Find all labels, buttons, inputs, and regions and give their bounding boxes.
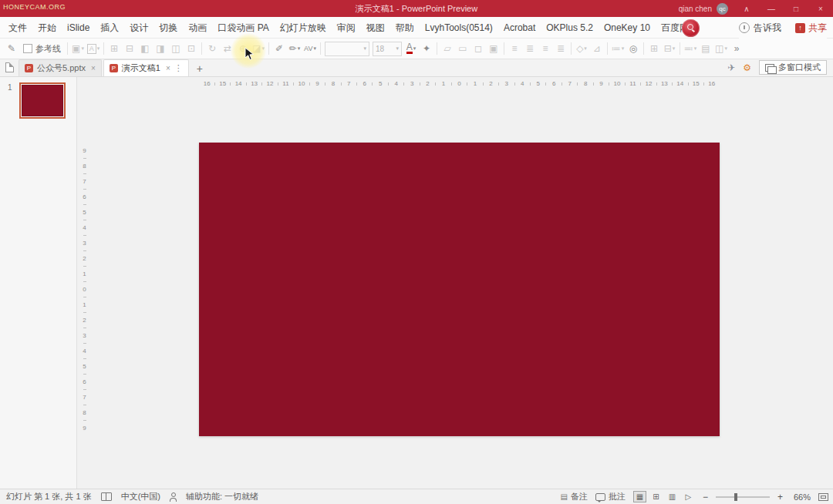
merge-cells-icon[interactable]: ⊟▾ xyxy=(662,41,677,56)
slide-sorter-view-button[interactable]: ⊞ xyxy=(649,491,663,502)
menu-item-baidu-netdisk[interactable]: 百度网盘 xyxy=(656,17,703,39)
tell-me-button[interactable]: 告诉我 xyxy=(739,22,781,35)
reading-view-button[interactable]: ▥ xyxy=(666,491,679,502)
zoom-out-button[interactable]: − xyxy=(703,492,708,502)
horizontal-ruler[interactable]: 1615141312111098765432101234567891011121… xyxy=(199,79,720,89)
document-tab-yanshiwengao1[interactable]: P演示文稿1×⋮ xyxy=(103,59,189,76)
shape-effects-icon[interactable]: ◇▾ xyxy=(574,41,589,56)
insert-below-icon[interactable]: ⊟ xyxy=(122,41,137,56)
distribute-horizontal-icon[interactable]: ◫ xyxy=(168,41,184,56)
guides-toggle[interactable]: 参考线 xyxy=(23,43,61,55)
distribute-vertical-icon[interactable]: ⊡ xyxy=(184,41,199,56)
bullets-icon[interactable]: ≔▾ xyxy=(610,41,626,56)
menu-item-acrobat[interactable]: Acrobat xyxy=(498,17,541,39)
close-button[interactable]: × xyxy=(808,0,833,17)
copy-style-icon[interactable]: ▭ xyxy=(455,41,470,56)
align-text-right-icon[interactable]: ≡ xyxy=(538,41,553,56)
account-name[interactable]: qian chen xyxy=(679,5,712,13)
merge-cells-glyph: ⊟ xyxy=(664,43,672,54)
font-color-icon[interactable]: A▾ xyxy=(403,41,419,56)
avatar[interactable]: qc xyxy=(717,3,728,15)
text-box-icon[interactable]: A▾ xyxy=(86,41,101,56)
draw-shape-icon[interactable]: ⊿ xyxy=(589,41,605,56)
menu-item-transitions[interactable]: 切换 xyxy=(153,17,183,39)
slideshow-view-button[interactable]: ▷ xyxy=(682,491,695,502)
format-painter-icon[interactable]: ✎ xyxy=(4,41,19,56)
copy-size-icon[interactable]: ▱ xyxy=(440,41,455,56)
slide-thumbnail[interactable] xyxy=(22,85,63,116)
zoom-slider[interactable] xyxy=(716,496,770,498)
chevron-down-icon: ▾ xyxy=(97,45,100,52)
paste-icon[interactable]: ▣▾ xyxy=(70,41,86,56)
zoom-percentage[interactable]: 66% xyxy=(791,492,811,502)
swap-objects-icon[interactable]: ⇄ xyxy=(220,41,235,56)
align-objects-left-icon[interactable]: ◧ xyxy=(137,41,153,56)
slide-canvas[interactable] xyxy=(199,143,720,436)
menu-item-home[interactable]: 开始 xyxy=(32,17,62,39)
guides-checkbox-icon[interactable] xyxy=(23,44,32,53)
text-effects-icon[interactable]: ✦ xyxy=(419,41,434,56)
menu-item-help[interactable]: 帮助 xyxy=(390,17,420,39)
vertical-ruler[interactable]: 9876543210123456789 xyxy=(79,143,89,436)
menu-item-review[interactable]: 审阅 xyxy=(332,17,361,39)
notes-button[interactable]: ▤ 备注 xyxy=(561,491,588,502)
multi-window-mode-button[interactable]: 多窗口模式 xyxy=(759,60,827,75)
menu-item-islide[interactable]: iSlide xyxy=(62,17,95,39)
eyedropper-icon[interactable]: ✐ xyxy=(271,41,287,56)
spellcheck-book-icon[interactable] xyxy=(101,492,112,501)
swap-style-icon[interactable]: ▣ xyxy=(486,41,501,56)
normal-view-button[interactable]: ▦ xyxy=(633,491,646,502)
format-painter-glyph: ✎ xyxy=(8,43,15,54)
new-tab-button[interactable]: + xyxy=(193,61,207,76)
menu-item-lvyhtools[interactable]: LvyhTools(0514) xyxy=(420,17,498,39)
arrange-tool-icon[interactable]: ⊕ xyxy=(235,41,251,56)
shape-circle-icon[interactable]: ◎ xyxy=(626,41,641,56)
comments-button[interactable]: 批注 xyxy=(595,491,626,502)
menu-item-design[interactable]: 设计 xyxy=(124,17,153,39)
align-objects-right-glyph: ◨ xyxy=(156,43,164,54)
menu-item-insert[interactable]: 插入 xyxy=(95,17,124,39)
new-document-icon[interactable] xyxy=(5,62,14,72)
justify-text-icon[interactable]: ≣ xyxy=(553,41,568,56)
rotate-object-icon[interactable]: ↻ xyxy=(204,41,220,56)
menu-item-animations[interactable]: 动画 xyxy=(183,17,212,39)
share-button[interactable]: ↑ 共享 xyxy=(795,22,827,35)
table-grid-icon[interactable]: ⊞ xyxy=(646,41,662,56)
font-size-select[interactable]: 18▾ xyxy=(373,42,402,56)
copy-size-glyph: ▱ xyxy=(443,43,450,54)
align-objects-right-icon[interactable]: ◨ xyxy=(153,41,168,56)
more-tools-icon[interactable]: » xyxy=(729,41,744,56)
menu-item-okplus[interactable]: OKPlus 5.2 xyxy=(541,17,599,39)
multilevel-list-icon[interactable]: ≕▾ xyxy=(683,41,698,56)
maximize-button[interactable]: □ xyxy=(784,0,808,17)
accessibility-status[interactable]: 辅助功能: 一切就绪 xyxy=(186,491,258,502)
columns-icon[interactable]: ◫▾ xyxy=(713,41,729,56)
document-tab-gongzhonghao5[interactable]: P公众号5.pptx× xyxy=(19,59,102,76)
language-status[interactable]: 中文(中国) xyxy=(121,491,160,502)
text-layout-icon[interactable]: ▤ xyxy=(698,41,713,56)
menu-item-view[interactable]: 视图 xyxy=(361,17,390,39)
paste-style-icon[interactable]: ◻ xyxy=(470,41,486,56)
char-spacing-icon[interactable]: AV▾ xyxy=(302,41,318,56)
zoom-slider-handle[interactable] xyxy=(734,493,737,501)
minimize-button[interactable]: — xyxy=(759,0,784,17)
zoom-in-button[interactable]: + xyxy=(777,492,783,502)
tab-more-icon[interactable]: ⋮ xyxy=(174,63,183,73)
quick-launch-icon[interactable]: ✈ xyxy=(727,62,735,73)
settings-gear-icon[interactable]: ⚙ xyxy=(743,62,751,73)
ribbon-options-button[interactable]: ∧ xyxy=(734,0,759,17)
align-text-left-icon[interactable]: ≡ xyxy=(507,41,522,56)
insert-above-icon[interactable]: ⊞ xyxy=(106,41,122,56)
fill-color-icon[interactable]: ◪▾ xyxy=(251,41,266,56)
menu-item-file[interactable]: 文件 xyxy=(3,17,32,39)
menu-item-onekey[interactable]: OneKey 10 xyxy=(599,17,656,39)
menu-item-slideshow[interactable]: 幻灯片放映 xyxy=(275,17,332,39)
font-name-select[interactable]: ▾ xyxy=(325,42,369,56)
close-tab-icon[interactable]: × xyxy=(166,64,170,72)
close-tab-icon[interactable]: × xyxy=(91,64,96,72)
titlebar-right: qian chen qc ∧—□× xyxy=(679,0,833,17)
highlighter-icon[interactable]: ✏▾ xyxy=(287,41,302,56)
fit-slide-to-window-icon[interactable] xyxy=(818,493,828,501)
align-text-center-icon[interactable]: ≣ xyxy=(522,41,538,56)
menu-item-pocket-animation[interactable]: 口袋动画 PA xyxy=(212,17,274,39)
